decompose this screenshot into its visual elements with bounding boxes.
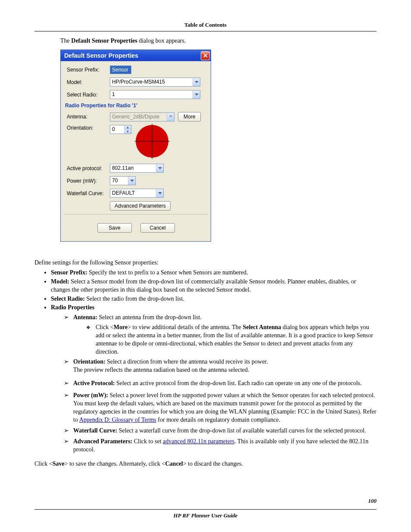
- list-item: Waterfall Curve: Select a waterfall curv…: [64, 427, 377, 435]
- text-bold: More: [114, 324, 128, 330]
- dialog-titlebar: Default Sensor Properties ✕: [61, 50, 211, 61]
- active-protocol-select[interactable]: 802.11an: [110, 164, 164, 173]
- model-label: Model:: [67, 79, 110, 85]
- define-settings-line: Define settings for the following Sensor…: [34, 259, 377, 267]
- bullet-label: Sensor Prefix:: [51, 269, 87, 276]
- chevron-down-icon: [156, 189, 163, 197]
- footer-rule: [34, 509, 377, 510]
- save-cancel-line: Click <Save> to save the changes. Altern…: [34, 460, 377, 468]
- list-item: Advanced Parameters: Click to set advanc…: [64, 438, 377, 454]
- cancel-button[interactable]: Cancel: [140, 223, 175, 233]
- dialog-title: Default Sensor Properties: [64, 52, 138, 59]
- bullet-label: Select Radio:: [51, 296, 85, 302]
- page-number: 100: [368, 498, 377, 504]
- save-button[interactable]: Save: [97, 223, 132, 233]
- sub-text: Click to set: [132, 438, 163, 445]
- bullet-label: Model:: [51, 278, 69, 285]
- list-item: Sensor Prefix: Specify the text to prefi…: [51, 269, 377, 277]
- bullet-label: Radio Properties: [51, 304, 94, 311]
- chevron-down-icon: [156, 164, 163, 172]
- list-item: Radio Properties Antenna: Select an ante…: [51, 304, 377, 454]
- select-radio-value: 1: [110, 90, 193, 99]
- appendix-d-link[interactable]: Appendix D: Glossary of Terms: [79, 417, 156, 423]
- antenna-label: Antenna:: [67, 114, 110, 120]
- text-bold: Select Antenna: [243, 324, 281, 330]
- sub-text: Select a direction from where the antenn…: [106, 358, 268, 365]
- advanced-parameters-button[interactable]: Advanced Parameters: [110, 201, 171, 211]
- close-button[interactable]: ✕: [201, 51, 210, 60]
- list-item: Select Radio: Select the radio from the …: [51, 295, 377, 303]
- footer-title: HP RF Planner User Guide: [34, 512, 377, 519]
- chevron-down-icon: [167, 113, 174, 121]
- divider: [64, 214, 208, 215]
- model-select[interactable]: HP/ProCurve-MSM415: [110, 78, 200, 87]
- sub-label: Waterfall Curve:: [73, 427, 117, 434]
- text-bold: Cancel: [165, 460, 183, 467]
- header-rule: [34, 31, 377, 31]
- radio-properties-group-label: Radio Properties for Radio '1': [65, 103, 206, 109]
- power-select[interactable]: 70: [110, 176, 136, 185]
- waterfall-select[interactable]: DEFAULT: [110, 189, 164, 198]
- orientation-label: Orientation:: [67, 125, 110, 131]
- list-item: Click <More> to view additional details …: [86, 324, 377, 356]
- sub-text: Select an antenna from the drop-down lis…: [97, 314, 202, 320]
- orientation-stepper[interactable]: 0 ▲ ▼: [110, 125, 131, 134]
- sub-text: The preview reflects the antenna radiati…: [73, 367, 249, 373]
- sub-label: Advanced Parameters:: [73, 438, 132, 445]
- spinner-up-icon[interactable]: ▲: [124, 125, 131, 130]
- model-value: HP/ProCurve-MSM415: [110, 78, 193, 86]
- text: > to discard the changes.: [183, 460, 243, 467]
- list-item: Power (mW): Select a power level from th…: [64, 392, 377, 424]
- close-icon: ✕: [203, 52, 208, 59]
- text: > to save the changes. Alternately, clic…: [65, 460, 165, 467]
- list-item: Model: Select a Sensor model from the dr…: [51, 278, 377, 294]
- intro-prefix: The: [60, 37, 71, 44]
- intro-bold: Default Sensor Properties: [71, 37, 137, 44]
- sub-label: Active Protocol:: [73, 380, 115, 386]
- sub-label: Orientation:: [73, 358, 106, 365]
- more-button[interactable]: More: [178, 112, 201, 121]
- waterfall-label: Waterfall Curve:: [67, 190, 110, 196]
- select-radio-select[interactable]: 1: [110, 90, 200, 99]
- sub-text: for more details on regulatory domain co…: [156, 417, 280, 423]
- active-protocol-value: 802.11an: [110, 164, 156, 172]
- text: Click <: [96, 324, 114, 330]
- power-value: 70: [110, 177, 128, 185]
- bullet-text: Select the radio from the drop-down list…: [85, 296, 184, 302]
- waterfall-value: DEFAULT: [110, 189, 156, 197]
- antenna-select[interactable]: Generic_2dBi/Dipole: [110, 112, 174, 121]
- list-item: Antenna: Select an antenna from the drop…: [64, 314, 377, 356]
- bullet-text: Select a Sensor model from the drop-down…: [51, 278, 356, 293]
- sub-label: Antenna:: [73, 314, 97, 320]
- select-radio-label: Select Radio:: [67, 92, 110, 98]
- text: > to view additional details of the ante…: [128, 324, 243, 330]
- chevron-down-icon: [193, 90, 200, 99]
- list-item: Orientation: Select a direction from whe…: [64, 358, 377, 374]
- sensor-prefix-label: Sensor Prefix:: [67, 67, 110, 73]
- intro-line: The Default Sensor Properties dialog box…: [60, 37, 377, 44]
- sensor-prefix-input[interactable]: [110, 65, 131, 74]
- text: Click <: [34, 460, 53, 467]
- power-label: Power (mW):: [67, 178, 110, 184]
- bullet-text: Specify the text to prefix to a Sensor w…: [87, 269, 248, 276]
- chevron-down-icon: [193, 78, 200, 86]
- active-protocol-label: Active protocol:: [67, 165, 110, 171]
- antenna-radiation-preview: [136, 125, 168, 158]
- intro-suffix: dialog box appears.: [137, 37, 186, 44]
- sub-text: Select a waterfall curve from the drop-d…: [117, 427, 366, 434]
- spinner-down-icon[interactable]: ▼: [124, 130, 131, 134]
- sub-text: Select an active protocol from the drop-…: [115, 380, 362, 386]
- orientation-value: 0: [110, 125, 124, 134]
- chevron-down-icon: [128, 177, 135, 185]
- antenna-value: Generic_2dBi/Dipole: [110, 113, 167, 121]
- list-item: Active Protocol: Select an active protoc…: [64, 380, 377, 388]
- sub-label: Power (mW):: [73, 392, 108, 398]
- default-sensor-properties-dialog: Default Sensor Properties ✕ Sensor Prefi…: [60, 50, 211, 242]
- header-title: Table of Contents: [34, 22, 377, 28]
- advanced-80211n-link[interactable]: advanced 802.11n parameters: [163, 438, 234, 445]
- text-bold: Save: [53, 460, 65, 467]
